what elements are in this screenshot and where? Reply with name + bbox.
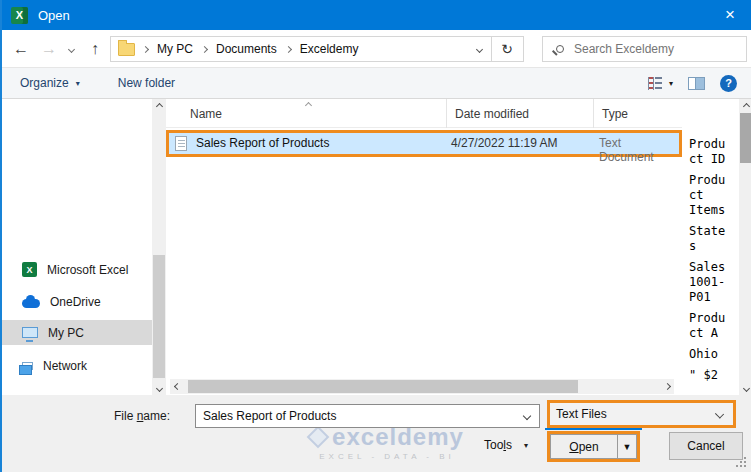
preview-pane: Produ ct ID Produ ct Items State s Sales…	[682, 99, 739, 395]
column-header-type[interactable]: Type	[593, 99, 682, 128]
window-title: Open	[38, 8, 70, 23]
new-folder-button[interactable]: New folder	[118, 76, 175, 90]
watermark-tagline: EXCEL - DATA - BI	[297, 452, 477, 461]
breadcrumb-separator-icon	[201, 46, 208, 53]
scroll-up-icon[interactable]	[739, 99, 751, 113]
sidebar-item-my-pc[interactable]: My PC	[2, 320, 152, 345]
preview-scrollbar[interactable]	[739, 99, 751, 395]
text-document-icon	[175, 136, 187, 151]
chevron-down-icon[interactable]	[523, 412, 531, 420]
default-button-accent	[545, 428, 642, 430]
dropdown-arrow-icon: ▾	[524, 441, 528, 450]
preview-line-group: Produ ct ID	[689, 137, 725, 167]
file-list-header: Name Date modified Type	[166, 99, 682, 128]
help-icon[interactable]: ?	[720, 75, 737, 92]
close-button[interactable]: ×	[709, 0, 751, 30]
organize-label: Organize	[20, 76, 69, 90]
cancel-button[interactable]: Cancel	[669, 432, 743, 460]
file-date-cell: 4/27/2022 11:19 AM	[451, 136, 558, 150]
preview-line-group: Ohio	[689, 347, 725, 362]
view-dropdown-arrow-icon[interactable]: ▾	[669, 79, 673, 88]
file-name-combobox[interactable]	[195, 404, 540, 428]
main-area: X Microsoft Excel OneDrive My PC Network	[2, 99, 751, 395]
file-name-label: File name:	[114, 409, 170, 423]
chevron-down-icon	[715, 409, 724, 418]
scrollbar-thumb[interactable]	[153, 255, 165, 378]
exceldemy-watermark: exceldemy EXCEL - DATA - BI	[297, 423, 477, 461]
refresh-button[interactable]: ↻	[491, 36, 524, 62]
scroll-right-icon[interactable]	[660, 379, 674, 394]
dialog-footer: exceldemy EXCEL - DATA - BI File name: T…	[2, 395, 751, 472]
resize-grip[interactable]	[736, 457, 746, 467]
search-box[interactable]	[542, 36, 747, 62]
sidebar-item-onedrive[interactable]: OneDrive	[2, 289, 152, 314]
column-header-name[interactable]: Name	[166, 99, 446, 128]
scroll-up-icon[interactable]	[152, 99, 166, 113]
tools-menu-button[interactable]: Tools ▾	[484, 438, 528, 452]
open-file-dialog: X Open × ← → ↑ My PC Documents Exceldemy…	[0, 0, 751, 472]
open-split-button[interactable]: Open ▼	[547, 431, 640, 462]
onedrive-cloud-icon	[22, 299, 40, 308]
forward-button[interactable]: →	[36, 30, 62, 68]
network-icon	[22, 362, 33, 370]
preview-line-group: " $2	[689, 368, 725, 383]
preview-line-group: Sales 1001- P01	[689, 260, 725, 305]
excel-app-icon: X	[11, 7, 28, 24]
breadcrumb-item-documents[interactable]: Documents	[216, 42, 277, 56]
sidebar-item-label: Network	[43, 359, 87, 373]
scroll-down-icon[interactable]	[152, 381, 166, 395]
title-bar: X Open ×	[2, 0, 751, 30]
folder-icon	[118, 43, 135, 56]
breadcrumb-item-my-pc[interactable]: My PC	[157, 42, 193, 56]
file-type-cell: Text Document	[599, 136, 679, 164]
breadcrumb-separator-icon	[285, 46, 292, 53]
navigation-bar: ← → ↑ My PC Documents Exceldemy ↻	[2, 30, 751, 68]
recent-locations-button[interactable]	[62, 30, 80, 68]
scrollbar-thumb[interactable]	[188, 380, 578, 393]
file-row-selected[interactable]: Sales Report of Products 4/27/2022 11:19…	[166, 130, 682, 157]
chevron-down-icon	[67, 45, 74, 52]
column-header-date-modified[interactable]: Date modified	[446, 99, 593, 128]
sidebar: X Microsoft Excel OneDrive My PC Network	[2, 99, 152, 395]
address-bar[interactable]: My PC Documents Exceldemy	[110, 36, 492, 62]
exceldemy-logo-icon	[307, 426, 330, 449]
sidebar-scrollbar[interactable]	[152, 99, 166, 395]
file-name-input[interactable]	[196, 409, 524, 423]
sidebar-item-label: OneDrive	[50, 295, 101, 309]
preview-text: Produ ct ID Produ ct Items State s Sales…	[689, 137, 725, 389]
dropdown-arrow-icon: ▾	[76, 79, 80, 88]
breadcrumb-separator-icon	[142, 46, 149, 53]
search-input[interactable]	[574, 42, 746, 56]
organize-button[interactable]: Organize ▾	[20, 76, 80, 90]
sidebar-item-label: Microsoft Excel	[47, 263, 128, 277]
sidebar-item-label: My PC	[48, 326, 84, 340]
preview-pane-icon[interactable]	[688, 77, 705, 90]
scroll-down-icon[interactable]	[739, 381, 751, 395]
open-dropdown-arrow[interactable]: ▼	[617, 434, 637, 459]
excel-icon: X	[22, 262, 37, 277]
back-button[interactable]: ←	[8, 30, 34, 68]
scroll-left-icon[interactable]	[170, 379, 184, 394]
view-controls: ▾ ?	[648, 75, 737, 92]
tools-label: Tools	[484, 438, 512, 452]
preview-line-group: Produ ct A	[689, 311, 725, 341]
horizontal-scrollbar[interactable]	[170, 379, 674, 394]
scrollbar-thumb[interactable]	[740, 113, 751, 163]
up-button[interactable]: ↑	[82, 30, 108, 68]
breadcrumb: My PC Documents Exceldemy	[143, 42, 358, 56]
file-type-value: Text Files	[550, 407, 607, 421]
sidebar-item-microsoft-excel[interactable]: X Microsoft Excel	[2, 257, 152, 282]
sidebar-item-network[interactable]: Network	[2, 353, 152, 378]
search-icon	[556, 45, 564, 53]
open-button[interactable]: Open	[550, 434, 617, 459]
file-list: Name Date modified Type Sales Report of …	[166, 99, 682, 395]
file-type-dropdown[interactable]: Text Files	[547, 400, 736, 428]
list-view-icon[interactable]	[648, 77, 662, 90]
preview-line-group: State s	[689, 224, 725, 254]
computer-icon	[22, 327, 38, 338]
address-dropdown-icon[interactable]	[476, 45, 483, 52]
preview-line-group: Produ ct Items	[689, 173, 725, 218]
breadcrumb-item-exceldemy[interactable]: Exceldemy	[300, 42, 359, 56]
command-toolbar: Organize ▾ New folder ▾ ?	[2, 68, 751, 99]
file-name-cell: Sales Report of Products	[196, 136, 329, 150]
